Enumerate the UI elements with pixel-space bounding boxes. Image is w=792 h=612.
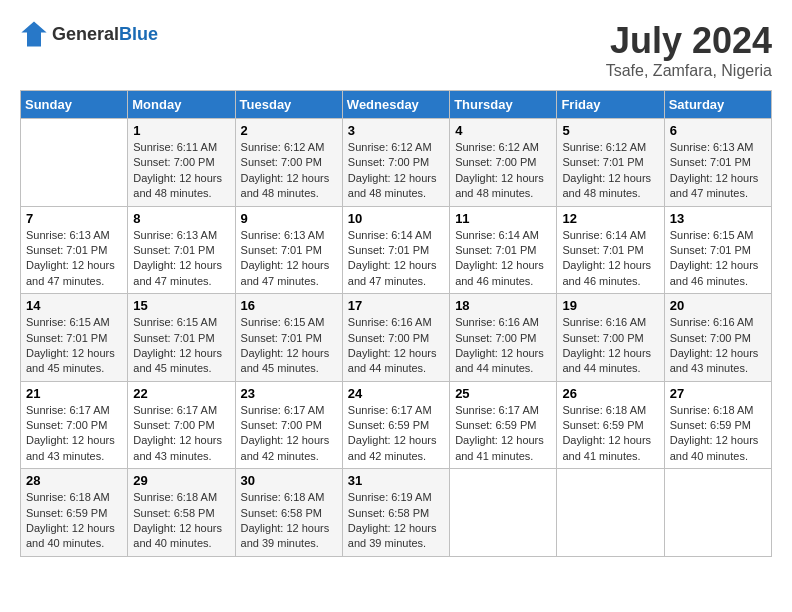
day-info: Sunrise: 6:17 AMSunset: 7:00 PMDaylight:… <box>241 403 337 465</box>
day-info: Sunrise: 6:18 AMSunset: 6:59 PMDaylight:… <box>26 490 122 552</box>
day-number: 20 <box>670 298 766 313</box>
calendar-cell: 27 Sunrise: 6:18 AMSunset: 6:59 PMDaylig… <box>664 381 771 469</box>
day-info: Sunrise: 6:17 AMSunset: 7:00 PMDaylight:… <box>133 403 229 465</box>
day-info: Sunrise: 6:18 AMSunset: 6:59 PMDaylight:… <box>670 403 766 465</box>
day-info: Sunrise: 6:14 AMSunset: 7:01 PMDaylight:… <box>562 228 658 290</box>
calendar-cell: 2 Sunrise: 6:12 AMSunset: 7:00 PMDayligh… <box>235 119 342 207</box>
column-header-monday: Monday <box>128 91 235 119</box>
day-number: 14 <box>26 298 122 313</box>
day-number: 8 <box>133 211 229 226</box>
column-header-sunday: Sunday <box>21 91 128 119</box>
column-header-saturday: Saturday <box>664 91 771 119</box>
calendar-cell: 28 Sunrise: 6:18 AMSunset: 6:59 PMDaylig… <box>21 469 128 557</box>
week-row-2: 7 Sunrise: 6:13 AMSunset: 7:01 PMDayligh… <box>21 206 772 294</box>
day-info: Sunrise: 6:15 AMSunset: 7:01 PMDaylight:… <box>133 315 229 377</box>
day-info: Sunrise: 6:18 AMSunset: 6:58 PMDaylight:… <box>133 490 229 552</box>
calendar-cell: 7 Sunrise: 6:13 AMSunset: 7:01 PMDayligh… <box>21 206 128 294</box>
day-number: 5 <box>562 123 658 138</box>
day-info: Sunrise: 6:18 AMSunset: 6:59 PMDaylight:… <box>562 403 658 465</box>
column-header-wednesday: Wednesday <box>342 91 449 119</box>
calendar-table: SundayMondayTuesdayWednesdayThursdayFrid… <box>20 90 772 557</box>
day-info: Sunrise: 6:12 AMSunset: 7:00 PMDaylight:… <box>455 140 551 202</box>
calendar-cell: 26 Sunrise: 6:18 AMSunset: 6:59 PMDaylig… <box>557 381 664 469</box>
title-block: July 2024 Tsafe, Zamfara, Nigeria <box>606 20 772 80</box>
day-number: 17 <box>348 298 444 313</box>
calendar-cell: 13 Sunrise: 6:15 AMSunset: 7:01 PMDaylig… <box>664 206 771 294</box>
calendar-cell: 4 Sunrise: 6:12 AMSunset: 7:00 PMDayligh… <box>450 119 557 207</box>
calendar-cell: 19 Sunrise: 6:16 AMSunset: 7:00 PMDaylig… <box>557 294 664 382</box>
day-info: Sunrise: 6:15 AMSunset: 7:01 PMDaylight:… <box>241 315 337 377</box>
calendar-body: 1 Sunrise: 6:11 AMSunset: 7:00 PMDayligh… <box>21 119 772 557</box>
logo: GeneralBlue <box>20 20 158 48</box>
day-number: 6 <box>670 123 766 138</box>
day-number: 23 <box>241 386 337 401</box>
calendar-cell: 25 Sunrise: 6:17 AMSunset: 6:59 PMDaylig… <box>450 381 557 469</box>
calendar-cell: 11 Sunrise: 6:14 AMSunset: 7:01 PMDaylig… <box>450 206 557 294</box>
day-number: 18 <box>455 298 551 313</box>
day-number: 31 <box>348 473 444 488</box>
day-info: Sunrise: 6:17 AMSunset: 6:59 PMDaylight:… <box>348 403 444 465</box>
calendar-cell: 17 Sunrise: 6:16 AMSunset: 7:00 PMDaylig… <box>342 294 449 382</box>
week-row-5: 28 Sunrise: 6:18 AMSunset: 6:59 PMDaylig… <box>21 469 772 557</box>
day-number: 7 <box>26 211 122 226</box>
calendar-cell <box>21 119 128 207</box>
day-number: 11 <box>455 211 551 226</box>
calendar-cell <box>664 469 771 557</box>
day-info: Sunrise: 6:16 AMSunset: 7:00 PMDaylight:… <box>562 315 658 377</box>
day-number: 27 <box>670 386 766 401</box>
column-header-tuesday: Tuesday <box>235 91 342 119</box>
week-row-3: 14 Sunrise: 6:15 AMSunset: 7:01 PMDaylig… <box>21 294 772 382</box>
day-info: Sunrise: 6:16 AMSunset: 7:00 PMDaylight:… <box>455 315 551 377</box>
calendar-header: SundayMondayTuesdayWednesdayThursdayFrid… <box>21 91 772 119</box>
day-info: Sunrise: 6:16 AMSunset: 7:00 PMDaylight:… <box>670 315 766 377</box>
calendar-cell: 23 Sunrise: 6:17 AMSunset: 7:00 PMDaylig… <box>235 381 342 469</box>
header-row: SundayMondayTuesdayWednesdayThursdayFrid… <box>21 91 772 119</box>
calendar-cell: 24 Sunrise: 6:17 AMSunset: 6:59 PMDaylig… <box>342 381 449 469</box>
day-number: 24 <box>348 386 444 401</box>
calendar-cell: 5 Sunrise: 6:12 AMSunset: 7:01 PMDayligh… <box>557 119 664 207</box>
day-number: 4 <box>455 123 551 138</box>
calendar-cell: 6 Sunrise: 6:13 AMSunset: 7:01 PMDayligh… <box>664 119 771 207</box>
column-header-thursday: Thursday <box>450 91 557 119</box>
day-info: Sunrise: 6:17 AMSunset: 7:00 PMDaylight:… <box>26 403 122 465</box>
calendar-cell: 20 Sunrise: 6:16 AMSunset: 7:00 PMDaylig… <box>664 294 771 382</box>
day-number: 16 <box>241 298 337 313</box>
subtitle: Tsafe, Zamfara, Nigeria <box>606 62 772 80</box>
day-number: 25 <box>455 386 551 401</box>
day-info: Sunrise: 6:18 AMSunset: 6:58 PMDaylight:… <box>241 490 337 552</box>
logo-text-blue: Blue <box>119 24 158 44</box>
day-info: Sunrise: 6:12 AMSunset: 7:01 PMDaylight:… <box>562 140 658 202</box>
day-info: Sunrise: 6:13 AMSunset: 7:01 PMDaylight:… <box>241 228 337 290</box>
day-info: Sunrise: 6:13 AMSunset: 7:01 PMDaylight:… <box>670 140 766 202</box>
calendar-cell <box>450 469 557 557</box>
day-number: 30 <box>241 473 337 488</box>
calendar-cell: 8 Sunrise: 6:13 AMSunset: 7:01 PMDayligh… <box>128 206 235 294</box>
day-number: 19 <box>562 298 658 313</box>
day-number: 13 <box>670 211 766 226</box>
calendar-cell: 16 Sunrise: 6:15 AMSunset: 7:01 PMDaylig… <box>235 294 342 382</box>
day-number: 10 <box>348 211 444 226</box>
day-info: Sunrise: 6:14 AMSunset: 7:01 PMDaylight:… <box>455 228 551 290</box>
day-number: 26 <box>562 386 658 401</box>
day-info: Sunrise: 6:13 AMSunset: 7:01 PMDaylight:… <box>26 228 122 290</box>
svg-marker-0 <box>21 21 46 46</box>
day-number: 2 <box>241 123 337 138</box>
calendar-cell: 30 Sunrise: 6:18 AMSunset: 6:58 PMDaylig… <box>235 469 342 557</box>
calendar-cell: 1 Sunrise: 6:11 AMSunset: 7:00 PMDayligh… <box>128 119 235 207</box>
main-title: July 2024 <box>606 20 772 62</box>
day-number: 9 <box>241 211 337 226</box>
day-info: Sunrise: 6:12 AMSunset: 7:00 PMDaylight:… <box>241 140 337 202</box>
calendar-cell: 18 Sunrise: 6:16 AMSunset: 7:00 PMDaylig… <box>450 294 557 382</box>
week-row-4: 21 Sunrise: 6:17 AMSunset: 7:00 PMDaylig… <box>21 381 772 469</box>
day-number: 28 <box>26 473 122 488</box>
day-info: Sunrise: 6:15 AMSunset: 7:01 PMDaylight:… <box>670 228 766 290</box>
calendar-cell: 31 Sunrise: 6:19 AMSunset: 6:58 PMDaylig… <box>342 469 449 557</box>
day-info: Sunrise: 6:16 AMSunset: 7:00 PMDaylight:… <box>348 315 444 377</box>
calendar-cell <box>557 469 664 557</box>
calendar-cell: 22 Sunrise: 6:17 AMSunset: 7:00 PMDaylig… <box>128 381 235 469</box>
day-number: 21 <box>26 386 122 401</box>
calendar-cell: 12 Sunrise: 6:14 AMSunset: 7:01 PMDaylig… <box>557 206 664 294</box>
day-info: Sunrise: 6:14 AMSunset: 7:01 PMDaylight:… <box>348 228 444 290</box>
day-number: 15 <box>133 298 229 313</box>
day-info: Sunrise: 6:17 AMSunset: 6:59 PMDaylight:… <box>455 403 551 465</box>
